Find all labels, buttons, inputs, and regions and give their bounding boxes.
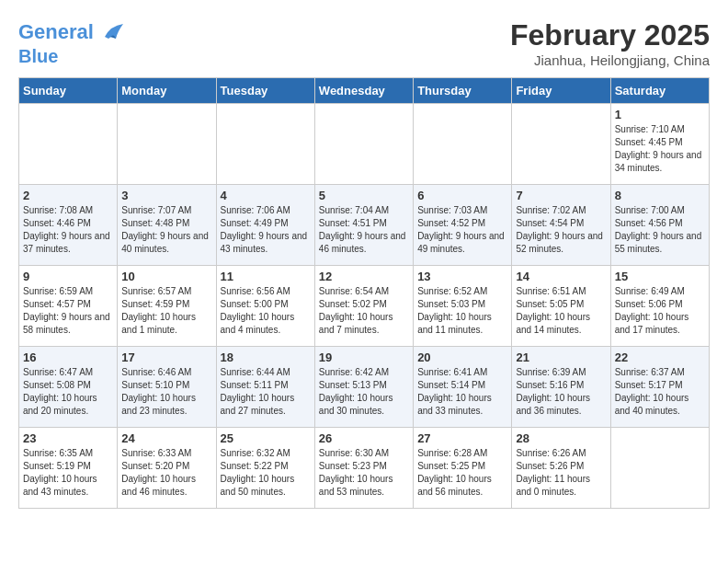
calendar-cell: 11Sunrise: 6:56 AM Sunset: 5:00 PM Dayli…	[216, 266, 314, 347]
calendar-cell: 14Sunrise: 6:51 AM Sunset: 5:05 PM Dayli…	[512, 266, 610, 347]
calendar-cell: 5Sunrise: 7:04 AM Sunset: 4:51 PM Daylig…	[314, 185, 413, 266]
cell-date: 21	[516, 350, 606, 364]
cell-date: 3	[121, 189, 211, 202]
month-title: February 2025	[510, 18, 710, 52]
cell-date: 18	[221, 350, 311, 364]
cell-info: Sunrise: 6:42 AM Sunset: 5:13 PM Dayligh…	[319, 366, 409, 418]
cell-date: 27	[417, 431, 507, 445]
calendar-cell	[610, 428, 709, 509]
cell-date: 23	[23, 431, 113, 445]
cell-info: Sunrise: 6:56 AM Sunset: 5:00 PM Dayligh…	[221, 285, 311, 337]
cell-info: Sunrise: 6:39 AM Sunset: 5:16 PM Dayligh…	[516, 366, 606, 418]
calendar-cell	[216, 104, 314, 185]
week-row-3: 16Sunrise: 6:47 AM Sunset: 5:08 PM Dayli…	[19, 347, 710, 428]
cell-info: Sunrise: 6:51 AM Sunset: 5:05 PM Dayligh…	[516, 285, 606, 337]
cell-date: 19	[319, 350, 409, 364]
week-row-1: 2Sunrise: 7:08 AM Sunset: 4:46 PM Daylig…	[19, 185, 710, 266]
cell-info: Sunrise: 7:00 AM Sunset: 4:56 PM Dayligh…	[615, 204, 705, 256]
cell-date: 10	[121, 270, 211, 283]
day-header-thursday: Thursday	[414, 78, 512, 104]
calendar-cell: 17Sunrise: 6:46 AM Sunset: 5:10 PM Dayli…	[118, 347, 216, 428]
title-area: February 2025 Jianhua, Heilongjiang, Chi…	[510, 18, 710, 68]
calendar-cell: 12Sunrise: 6:54 AM Sunset: 5:02 PM Dayli…	[314, 266, 413, 347]
calendar-cell: 27Sunrise: 6:28 AM Sunset: 5:25 PM Dayli…	[414, 428, 512, 509]
calendar-cell: 2Sunrise: 7:08 AM Sunset: 4:46 PM Daylig…	[19, 185, 118, 266]
cell-info: Sunrise: 6:49 AM Sunset: 5:06 PM Dayligh…	[615, 285, 705, 337]
calendar-cell: 20Sunrise: 6:41 AM Sunset: 5:14 PM Dayli…	[414, 347, 512, 428]
cell-info: Sunrise: 6:33 AM Sunset: 5:20 PM Dayligh…	[121, 447, 211, 499]
calendar-cell: 22Sunrise: 6:37 AM Sunset: 5:17 PM Dayli…	[610, 347, 709, 428]
logo-text: General	[18, 21, 94, 43]
cell-info: Sunrise: 7:07 AM Sunset: 4:48 PM Dayligh…	[121, 204, 211, 256]
calendar-cell	[512, 104, 610, 185]
cell-info: Sunrise: 6:44 AM Sunset: 5:11 PM Dayligh…	[221, 366, 311, 418]
calendar-cell: 21Sunrise: 6:39 AM Sunset: 5:16 PM Dayli…	[512, 347, 610, 428]
cell-info: Sunrise: 6:35 AM Sunset: 5:19 PM Dayligh…	[23, 447, 113, 499]
cell-info: Sunrise: 6:30 AM Sunset: 5:23 PM Dayligh…	[319, 447, 409, 499]
cell-info: Sunrise: 7:08 AM Sunset: 4:46 PM Dayligh…	[23, 204, 113, 256]
cell-date: 8	[615, 189, 705, 202]
cell-date: 22	[615, 350, 705, 364]
calendar-cell: 13Sunrise: 6:52 AM Sunset: 5:03 PM Dayli…	[414, 266, 512, 347]
calendar-cell	[19, 104, 118, 185]
cell-info: Sunrise: 6:26 AM Sunset: 5:26 PM Dayligh…	[516, 447, 606, 499]
cell-info: Sunrise: 7:06 AM Sunset: 4:49 PM Dayligh…	[221, 204, 311, 256]
cell-date: 24	[121, 431, 211, 445]
calendar-header: SundayMondayTuesdayWednesdayThursdayFrid…	[19, 78, 710, 104]
day-header-monday: Monday	[118, 78, 216, 104]
cell-date: 12	[319, 270, 409, 283]
cell-date: 16	[23, 350, 113, 364]
calendar-cell: 25Sunrise: 6:32 AM Sunset: 5:22 PM Dayli…	[216, 428, 314, 509]
cell-date: 11	[221, 270, 311, 283]
day-header-tuesday: Tuesday	[216, 78, 314, 104]
header-row: SundayMondayTuesdayWednesdayThursdayFrid…	[19, 78, 710, 104]
day-header-wednesday: Wednesday	[314, 78, 413, 104]
calendar-cell: 8Sunrise: 7:00 AM Sunset: 4:56 PM Daylig…	[610, 185, 709, 266]
day-header-friday: Friday	[512, 78, 610, 104]
cell-date: 1	[615, 108, 705, 121]
cell-info: Sunrise: 6:28 AM Sunset: 5:25 PM Dayligh…	[417, 447, 507, 499]
location-title: Jianhua, Heilongjiang, China	[510, 52, 710, 68]
cell-date: 15	[615, 270, 705, 283]
cell-info: Sunrise: 6:32 AM Sunset: 5:22 PM Dayligh…	[221, 447, 311, 499]
cell-date: 26	[319, 431, 409, 445]
calendar-cell: 1Sunrise: 7:10 AM Sunset: 4:45 PM Daylig…	[610, 104, 709, 185]
calendar-cell: 28Sunrise: 6:26 AM Sunset: 5:26 PM Dayli…	[512, 428, 610, 509]
calendar-cell: 3Sunrise: 7:07 AM Sunset: 4:48 PM Daylig…	[118, 185, 216, 266]
calendar-body: 1Sunrise: 7:10 AM Sunset: 4:45 PM Daylig…	[19, 104, 710, 509]
calendar-cell: 24Sunrise: 6:33 AM Sunset: 5:20 PM Dayli…	[118, 428, 216, 509]
calendar-cell	[118, 104, 216, 185]
logo: General Blue	[18, 18, 125, 66]
calendar-cell: 4Sunrise: 7:06 AM Sunset: 4:49 PM Daylig…	[216, 185, 314, 266]
calendar-cell: 26Sunrise: 6:30 AM Sunset: 5:23 PM Dayli…	[314, 428, 413, 509]
logo-general: General	[18, 20, 94, 43]
cell-info: Sunrise: 6:37 AM Sunset: 5:17 PM Dayligh…	[615, 366, 705, 418]
cell-date: 4	[221, 189, 311, 202]
cell-date: 14	[516, 270, 606, 283]
cell-date: 20	[417, 350, 507, 364]
calendar-cell: 15Sunrise: 6:49 AM Sunset: 5:06 PM Dayli…	[610, 266, 709, 347]
cell-date: 6	[417, 189, 507, 202]
cell-date: 25	[221, 431, 311, 445]
cell-date: 13	[417, 270, 507, 283]
calendar-cell: 6Sunrise: 7:03 AM Sunset: 4:52 PM Daylig…	[414, 185, 512, 266]
cell-info: Sunrise: 6:52 AM Sunset: 5:03 PM Dayligh…	[417, 285, 507, 337]
calendar-cell: 16Sunrise: 6:47 AM Sunset: 5:08 PM Dayli…	[19, 347, 118, 428]
cell-date: 2	[23, 189, 113, 202]
week-row-2: 9Sunrise: 6:59 AM Sunset: 4:57 PM Daylig…	[19, 266, 710, 347]
cell-date: 7	[516, 189, 606, 202]
calendar-cell: 23Sunrise: 6:35 AM Sunset: 5:19 PM Dayli…	[19, 428, 118, 509]
cell-date: 17	[121, 350, 211, 364]
cell-info: Sunrise: 7:04 AM Sunset: 4:51 PM Dayligh…	[319, 204, 409, 256]
cell-info: Sunrise: 6:57 AM Sunset: 4:59 PM Dayligh…	[121, 285, 211, 337]
day-header-sunday: Sunday	[19, 78, 118, 104]
cell-date: 5	[319, 189, 409, 202]
calendar-cell: 19Sunrise: 6:42 AM Sunset: 5:13 PM Dayli…	[314, 347, 413, 428]
cell-info: Sunrise: 6:46 AM Sunset: 5:10 PM Dayligh…	[121, 366, 211, 418]
day-header-saturday: Saturday	[610, 78, 709, 104]
cell-info: Sunrise: 7:03 AM Sunset: 4:52 PM Dayligh…	[417, 204, 507, 256]
calendar-table: SundayMondayTuesdayWednesdayThursdayFrid…	[18, 77, 710, 509]
calendar-cell: 7Sunrise: 7:02 AM Sunset: 4:54 PM Daylig…	[512, 185, 610, 266]
calendar-cell: 9Sunrise: 6:59 AM Sunset: 4:57 PM Daylig…	[19, 266, 118, 347]
cell-date: 9	[23, 270, 113, 283]
